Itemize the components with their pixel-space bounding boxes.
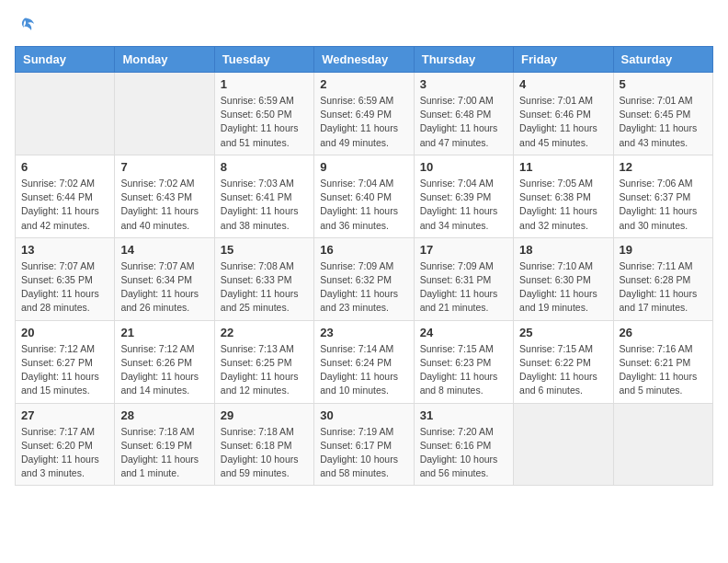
week-row-5: 27Sunrise: 7:17 AM Sunset: 6:20 PM Dayli… — [16, 403, 713, 486]
day-info: Sunrise: 7:14 AM Sunset: 6:24 PM Dayligh… — [320, 342, 407, 398]
day-number: 4 — [519, 77, 607, 91]
calendar-cell: 6Sunrise: 7:02 AM Sunset: 6:44 PM Daylig… — [16, 155, 115, 237]
calendar-cell: 15Sunrise: 7:08 AM Sunset: 6:33 PM Dayli… — [214, 237, 313, 320]
calendar-cell: 1Sunrise: 6:59 AM Sunset: 6:50 PM Daylig… — [214, 73, 313, 155]
day-info: Sunrise: 7:10 AM Sunset: 6:30 PM Dayligh… — [519, 259, 607, 316]
day-number: 29 — [221, 408, 308, 422]
day-info: Sunrise: 7:03 AM Sunset: 6:41 PM Dayligh… — [221, 177, 308, 233]
header — [15, 15, 713, 35]
weekday-header-thursday: Thursday — [414, 47, 513, 73]
day-info: Sunrise: 7:04 AM Sunset: 6:39 PM Dayligh… — [420, 177, 507, 233]
day-number: 23 — [320, 326, 407, 339]
day-info: Sunrise: 6:59 AM Sunset: 6:49 PM Dayligh… — [320, 94, 407, 150]
day-info: Sunrise: 7:05 AM Sunset: 6:38 PM Dayligh… — [519, 177, 607, 233]
day-number: 7 — [120, 160, 208, 174]
day-number: 12 — [620, 160, 707, 174]
calendar-cell: 13Sunrise: 7:07 AM Sunset: 6:35 PM Dayli… — [16, 237, 115, 320]
calendar-cell: 21Sunrise: 7:12 AM Sunset: 6:26 PM Dayli… — [115, 320, 214, 403]
weekday-header-friday: Friday — [514, 47, 613, 73]
weekday-header-monday: Monday — [115, 47, 214, 73]
logo-bird-icon — [17, 15, 37, 35]
day-info: Sunrise: 7:06 AM Sunset: 6:37 PM Dayligh… — [620, 177, 707, 233]
calendar-cell — [514, 403, 613, 486]
day-number: 18 — [519, 243, 607, 257]
day-number: 28 — [120, 408, 208, 422]
day-info: Sunrise: 7:12 AM Sunset: 6:26 PM Dayligh… — [120, 342, 208, 398]
calendar-cell: 27Sunrise: 7:17 AM Sunset: 6:20 PM Dayli… — [16, 403, 115, 486]
day-info: Sunrise: 7:04 AM Sunset: 6:40 PM Dayligh… — [320, 177, 407, 233]
day-number: 10 — [420, 160, 507, 174]
day-number: 22 — [221, 326, 308, 339]
day-number: 11 — [519, 160, 607, 174]
calendar-cell: 12Sunrise: 7:06 AM Sunset: 6:37 PM Dayli… — [613, 155, 712, 237]
day-number: 24 — [420, 326, 507, 339]
calendar-cell: 17Sunrise: 7:09 AM Sunset: 6:31 PM Dayli… — [414, 237, 513, 320]
day-info: Sunrise: 7:11 AM Sunset: 6:28 PM Dayligh… — [620, 259, 707, 316]
day-info: Sunrise: 7:09 AM Sunset: 6:31 PM Dayligh… — [420, 259, 507, 316]
day-number: 26 — [620, 326, 707, 339]
day-number: 17 — [420, 243, 507, 257]
day-info: Sunrise: 7:00 AM Sunset: 6:48 PM Dayligh… — [420, 94, 507, 150]
calendar-cell: 3Sunrise: 7:00 AM Sunset: 6:48 PM Daylig… — [414, 73, 513, 155]
calendar-cell: 7Sunrise: 7:02 AM Sunset: 6:43 PM Daylig… — [115, 155, 214, 237]
day-info: Sunrise: 7:13 AM Sunset: 6:25 PM Dayligh… — [221, 342, 308, 398]
day-number: 30 — [320, 408, 407, 422]
calendar-cell: 29Sunrise: 7:18 AM Sunset: 6:18 PM Dayli… — [214, 403, 313, 486]
weekday-header-wednesday: Wednesday — [314, 47, 414, 73]
day-info: Sunrise: 7:02 AM Sunset: 6:44 PM Dayligh… — [21, 177, 108, 233]
weekday-header-sunday: Sunday — [16, 47, 115, 73]
calendar-cell — [115, 73, 214, 155]
day-info: Sunrise: 7:18 AM Sunset: 6:18 PM Dayligh… — [221, 425, 308, 481]
day-info: Sunrise: 6:59 AM Sunset: 6:50 PM Dayligh… — [221, 94, 308, 150]
calendar-cell: 24Sunrise: 7:15 AM Sunset: 6:23 PM Dayli… — [414, 320, 513, 403]
day-info: Sunrise: 7:19 AM Sunset: 6:17 PM Dayligh… — [320, 425, 407, 481]
day-number: 2 — [320, 77, 407, 91]
calendar-cell: 18Sunrise: 7:10 AM Sunset: 6:30 PM Dayli… — [514, 237, 613, 320]
weekday-header-row: SundayMondayTuesdayWednesdayThursdayFrid… — [16, 47, 713, 73]
day-info: Sunrise: 7:09 AM Sunset: 6:32 PM Dayligh… — [320, 259, 407, 316]
weekday-header-saturday: Saturday — [613, 47, 712, 73]
day-number: 8 — [221, 160, 308, 174]
day-number: 14 — [120, 243, 208, 257]
day-info: Sunrise: 7:15 AM Sunset: 6:22 PM Dayligh… — [519, 342, 607, 398]
day-number: 19 — [620, 243, 707, 257]
week-row-1: 1Sunrise: 6:59 AM Sunset: 6:50 PM Daylig… — [16, 73, 713, 155]
day-info: Sunrise: 7:08 AM Sunset: 6:33 PM Dayligh… — [221, 259, 308, 316]
calendar-cell: 30Sunrise: 7:19 AM Sunset: 6:17 PM Dayli… — [314, 403, 414, 486]
week-row-3: 13Sunrise: 7:07 AM Sunset: 6:35 PM Dayli… — [16, 237, 713, 320]
calendar-cell: 19Sunrise: 7:11 AM Sunset: 6:28 PM Dayli… — [613, 237, 712, 320]
calendar-cell: 11Sunrise: 7:05 AM Sunset: 6:38 PM Dayli… — [514, 155, 613, 237]
calendar-cell: 23Sunrise: 7:14 AM Sunset: 6:24 PM Dayli… — [314, 320, 414, 403]
day-info: Sunrise: 7:17 AM Sunset: 6:20 PM Dayligh… — [21, 425, 108, 481]
calendar-cell: 25Sunrise: 7:15 AM Sunset: 6:22 PM Dayli… — [514, 320, 613, 403]
calendar-cell: 16Sunrise: 7:09 AM Sunset: 6:32 PM Dayli… — [314, 237, 414, 320]
day-info: Sunrise: 7:12 AM Sunset: 6:27 PM Dayligh… — [21, 342, 108, 398]
logo — [15, 15, 37, 35]
day-number: 16 — [320, 243, 407, 257]
calendar-cell: 31Sunrise: 7:20 AM Sunset: 6:16 PM Dayli… — [414, 403, 513, 486]
calendar-cell: 8Sunrise: 7:03 AM Sunset: 6:41 PM Daylig… — [214, 155, 313, 237]
day-info: Sunrise: 7:16 AM Sunset: 6:21 PM Dayligh… — [620, 342, 707, 398]
calendar-cell: 14Sunrise: 7:07 AM Sunset: 6:34 PM Dayli… — [115, 237, 214, 320]
weekday-header-tuesday: Tuesday — [214, 47, 313, 73]
day-number: 1 — [221, 77, 308, 91]
calendar-cell: 26Sunrise: 7:16 AM Sunset: 6:21 PM Dayli… — [613, 320, 712, 403]
calendar-cell: 20Sunrise: 7:12 AM Sunset: 6:27 PM Dayli… — [16, 320, 115, 403]
calendar-body: 1Sunrise: 6:59 AM Sunset: 6:50 PM Daylig… — [16, 73, 713, 486]
day-info: Sunrise: 7:01 AM Sunset: 6:45 PM Dayligh… — [620, 94, 707, 150]
day-number: 6 — [21, 160, 108, 174]
week-row-2: 6Sunrise: 7:02 AM Sunset: 6:44 PM Daylig… — [16, 155, 713, 237]
day-info: Sunrise: 7:07 AM Sunset: 6:35 PM Dayligh… — [21, 259, 108, 316]
calendar-table: SundayMondayTuesdayWednesdayThursdayFrid… — [15, 46, 713, 486]
week-row-4: 20Sunrise: 7:12 AM Sunset: 6:27 PM Dayli… — [16, 320, 713, 403]
day-info: Sunrise: 7:07 AM Sunset: 6:34 PM Dayligh… — [120, 259, 208, 316]
day-number: 13 — [21, 243, 108, 257]
day-info: Sunrise: 7:01 AM Sunset: 6:46 PM Dayligh… — [519, 94, 607, 150]
day-number: 27 — [21, 408, 108, 422]
day-number: 9 — [320, 160, 407, 174]
day-info: Sunrise: 7:15 AM Sunset: 6:23 PM Dayligh… — [420, 342, 507, 398]
calendar-cell: 2Sunrise: 6:59 AM Sunset: 6:49 PM Daylig… — [314, 73, 414, 155]
calendar-cell — [16, 73, 115, 155]
day-info: Sunrise: 7:18 AM Sunset: 6:19 PM Dayligh… — [120, 425, 208, 481]
calendar-cell: 22Sunrise: 7:13 AM Sunset: 6:25 PM Dayli… — [214, 320, 313, 403]
